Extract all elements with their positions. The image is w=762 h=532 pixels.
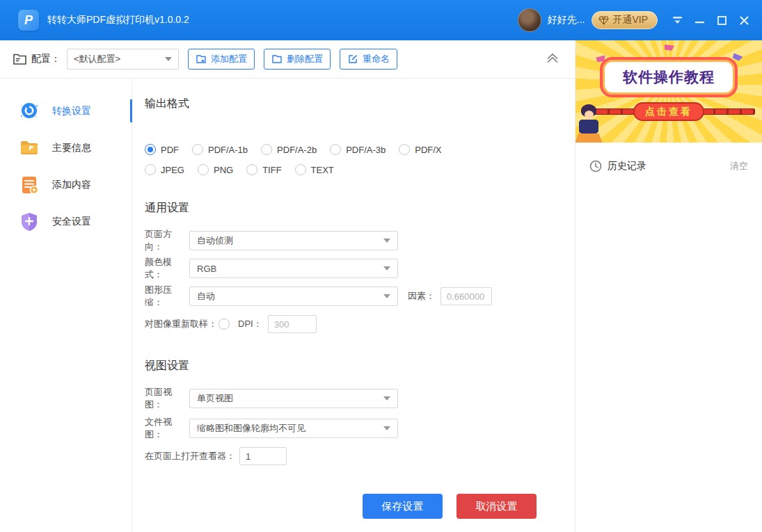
radio-png[interactable]: PNG bbox=[198, 164, 233, 175]
right-panel: 软件操作教程 点击查看 历史记录 清空 bbox=[576, 40, 762, 532]
chevron-down-icon bbox=[383, 266, 390, 271]
tutorial-ad-banner[interactable]: 软件操作教程 点击查看 bbox=[576, 40, 762, 143]
radio-pdf[interactable]: PDF bbox=[145, 144, 179, 155]
output-format-options: PDF PDF/A-1b PDF/A-2b PDF/A-3b bbox=[145, 144, 575, 175]
main-info-icon bbox=[18, 137, 40, 159]
rename-button[interactable]: 重命名 bbox=[340, 49, 397, 70]
chevron-down-icon bbox=[383, 396, 390, 401]
dpi-label: DPI： bbox=[238, 318, 262, 330]
chevron-down-icon bbox=[383, 239, 390, 243]
sidebar-item-security-settings[interactable]: 安全设置 bbox=[0, 203, 132, 240]
general-settings-heading: 通用设置 bbox=[145, 201, 575, 216]
clear-history-button[interactable]: 清空 bbox=[730, 160, 748, 172]
sidebar-item-label: 安全设置 bbox=[52, 216, 91, 228]
window-controls bbox=[669, 12, 752, 29]
config-toolbar: 配置： <默认配置> 添加配置 删除配置 重命 bbox=[0, 40, 575, 79]
color-mode-select[interactable]: RGB bbox=[189, 259, 398, 278]
sidebar-item-label: 转换设置 bbox=[52, 105, 91, 118]
page-orientation-label: 页面方向： bbox=[145, 228, 189, 253]
radio-pdf-a-3b[interactable]: PDF/A-3b bbox=[330, 144, 386, 155]
chevron-down-icon bbox=[165, 57, 172, 61]
minimize-button[interactable] bbox=[691, 12, 708, 29]
radio-circle bbox=[295, 164, 306, 175]
compression-select[interactable]: 自动 bbox=[189, 287, 398, 306]
compression-label: 图形压缩： bbox=[145, 284, 189, 309]
open-vip-button[interactable]: 开通VIP bbox=[592, 11, 658, 29]
collapse-panel-icon[interactable] bbox=[546, 52, 559, 67]
page-view-value: 单页视图 bbox=[197, 392, 233, 405]
save-settings-button[interactable]: 保存设置 bbox=[363, 494, 443, 519]
cancel-settings-button[interactable]: 取消设置 bbox=[457, 494, 537, 519]
config-folder-icon bbox=[13, 53, 27, 66]
rename-label: 重命名 bbox=[363, 53, 390, 65]
viewer-input[interactable] bbox=[239, 447, 287, 465]
sidebar-item-convert-settings[interactable]: 转换设置 bbox=[0, 92, 132, 129]
ad-character-right bbox=[576, 104, 606, 143]
color-mode-label: 颜色模式： bbox=[145, 256, 189, 281]
convert-settings-icon bbox=[18, 100, 40, 122]
config-select[interactable]: <默认配置> bbox=[67, 49, 179, 70]
add-config-label: 添加配置 bbox=[211, 53, 247, 65]
clock-icon bbox=[589, 160, 602, 172]
ad-flag-decoration bbox=[665, 45, 674, 51]
sidebar-item-add-content[interactable]: 添加内容 bbox=[0, 166, 132, 203]
main-region: 配置： <默认配置> 添加配置 删除配置 重命 bbox=[0, 40, 762, 532]
user-avatar[interactable] bbox=[518, 8, 541, 32]
ad-view-button[interactable]: 点击查看 bbox=[633, 102, 704, 121]
file-view-select[interactable]: 缩略图和图像轮廓均不可见 bbox=[189, 419, 398, 438]
file-view-label: 文件视图： bbox=[145, 416, 189, 441]
close-button[interactable] bbox=[736, 12, 752, 29]
sidebar: 转换设置 主要信息 bbox=[0, 79, 132, 532]
factor-input[interactable] bbox=[440, 287, 492, 305]
add-config-button[interactable]: 添加配置 bbox=[188, 49, 255, 70]
viewer-label: 在页面上打开查看器： bbox=[145, 450, 235, 462]
sidebar-item-label: 添加内容 bbox=[52, 179, 91, 191]
chevron-down-icon bbox=[383, 426, 390, 430]
action-buttons: 保存设置 取消设置 bbox=[363, 494, 575, 519]
radio-pdf-a-2b[interactable]: PDF/A-2b bbox=[261, 144, 317, 155]
radio-circle bbox=[246, 164, 257, 175]
radio-circle bbox=[399, 144, 410, 155]
output-format-heading: 输出格式 bbox=[145, 97, 575, 111]
config-label: 配置： bbox=[31, 53, 61, 65]
radio-text[interactable]: TEXT bbox=[295, 164, 334, 175]
resample-row: 对图像重新取样： DPI： bbox=[145, 314, 575, 334]
compression-value: 自动 bbox=[197, 290, 215, 303]
app-logo-icon: P bbox=[18, 10, 39, 31]
resample-radio[interactable] bbox=[219, 319, 230, 330]
window-title: 转转大师PDF虚拟打印机v1.0.0.2 bbox=[47, 14, 189, 26]
delete-config-label: 删除配置 bbox=[287, 53, 323, 65]
radio-pdf-x[interactable]: PDF/X bbox=[399, 144, 441, 155]
vip-diamond-icon bbox=[598, 16, 609, 25]
maximize-button[interactable] bbox=[713, 12, 730, 29]
sidebar-item-main-info[interactable]: 主要信息 bbox=[0, 129, 132, 166]
ad-title: 软件操作教程 bbox=[623, 67, 715, 87]
resample-label: 对图像重新取样： bbox=[145, 318, 217, 330]
radio-tiff[interactable]: TIFF bbox=[246, 164, 281, 175]
username[interactable]: 好好先... bbox=[548, 14, 585, 26]
vip-label: 开通VIP bbox=[612, 14, 648, 26]
file-plus-icon bbox=[196, 54, 207, 65]
radio-pdf-a-1b[interactable]: PDF/A-1b bbox=[192, 144, 248, 155]
viewer-row: 在页面上打开查看器： bbox=[145, 446, 575, 466]
titlebar: P 转转大师PDF虚拟打印机v1.0.0.2 好好先... 开通VIP bbox=[0, 0, 762, 40]
radio-circle bbox=[192, 144, 203, 155]
sidebar-item-label: 主要信息 bbox=[52, 142, 91, 154]
page-orientation-select[interactable]: 自动侦测 bbox=[189, 231, 398, 250]
radio-circle bbox=[261, 144, 272, 155]
edit-pencil-icon bbox=[347, 54, 358, 65]
radio-jpeg[interactable]: JPEG bbox=[145, 164, 184, 175]
page-view-select[interactable]: 单页视图 bbox=[189, 389, 398, 408]
view-settings-heading: 视图设置 bbox=[145, 359, 575, 373]
dpi-input[interactable] bbox=[268, 315, 317, 333]
radio-circle bbox=[198, 164, 209, 175]
radio-circle bbox=[330, 144, 341, 155]
format-row-2: JPEG PNG TIFF TEXT bbox=[145, 164, 575, 175]
page-view-label: 页面视图： bbox=[145, 386, 189, 411]
titlebar-right: 好好先... 开通VIP bbox=[518, 8, 752, 32]
format-row-1: PDF PDF/A-1b PDF/A-2b PDF/A-3b bbox=[145, 144, 575, 155]
delete-config-button[interactable]: 删除配置 bbox=[264, 49, 331, 70]
main-menu-icon[interactable] bbox=[669, 12, 685, 29]
left-area: 配置： <默认配置> 添加配置 删除配置 重命 bbox=[0, 40, 576, 532]
factor-label: 因素： bbox=[408, 290, 435, 303]
